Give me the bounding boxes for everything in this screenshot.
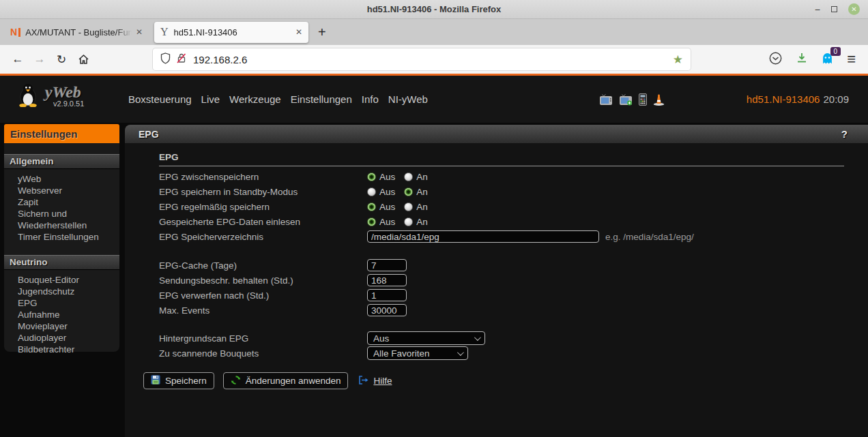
url-text[interactable]: 192.168.2.6 xyxy=(193,54,673,65)
close-icon[interactable]: ✕ xyxy=(848,3,860,15)
radio-option-an[interactable]: An xyxy=(404,187,428,197)
radio-label: An xyxy=(416,187,428,197)
chevron-down-icon xyxy=(457,349,464,356)
apply-changes-button[interactable]: Änderungen anwenden xyxy=(223,372,349,389)
sidebar: Einstellungen Allgemein yWeb Webserver Z… xyxy=(4,124,119,352)
sidebar-section-neutrino: Neutrino xyxy=(4,255,119,270)
scan-bouquets-select[interactable]: Alle Favoriten xyxy=(367,346,468,360)
selected-value: Aus xyxy=(373,333,389,344)
nav-einstellungen[interactable]: Einstellungen xyxy=(291,93,352,105)
url-bar[interactable]: 192.168.2.6 ★ xyxy=(153,48,691,70)
field-label: EPG verwerfen nach (Std.) xyxy=(159,290,367,301)
sidebar-item-aufnahme[interactable]: Aufnahme xyxy=(4,309,119,320)
tab-bar: N AX/MUTANT - Bugliste/Funk ✕ Y hd51.NI-… xyxy=(0,19,868,45)
sidebar-items-neutrino: Bouquet-Editor Jugendschutz EPG Aufnahme… xyxy=(4,270,119,359)
row-epg-zwischenspeichern: EPG zwischenspeichern Aus An xyxy=(159,169,868,184)
radio-icon[interactable] xyxy=(367,217,376,226)
nav-info[interactable]: Info xyxy=(362,93,379,105)
radio-option-aus[interactable]: Aus xyxy=(367,217,395,227)
tab-hd51[interactable]: Y hd51.NI-913406 ✕ xyxy=(154,22,308,43)
tv-add-icon[interactable] xyxy=(619,94,633,108)
shield-icon[interactable] xyxy=(160,52,171,67)
new-tab-button[interactable]: + xyxy=(318,25,326,40)
reload-icon[interactable]: ↻ xyxy=(50,49,72,70)
field-label: EPG-Cache (Tage) xyxy=(159,260,367,271)
tab-close-icon[interactable]: ✕ xyxy=(136,27,143,37)
nav-ni-yweb[interactable]: NI-yWeb xyxy=(388,93,428,105)
box-name: hd51.NI-913406 xyxy=(747,93,820,105)
radio-label: Aus xyxy=(379,172,395,182)
field-label: Max. Events xyxy=(159,305,367,316)
menu-icon[interactable]: ≡ xyxy=(847,50,856,68)
epg-cache-input[interactable] xyxy=(367,259,407,271)
max-events-input[interactable] xyxy=(367,304,407,316)
tab-close-icon[interactable]: ✕ xyxy=(295,27,302,37)
sidebar-item-yweb[interactable]: yWeb xyxy=(4,173,119,185)
description-keep-input[interactable] xyxy=(367,274,407,286)
insecure-lock-icon[interactable] xyxy=(176,52,187,67)
radio-option-aus[interactable]: Aus xyxy=(367,202,395,212)
radio-option-an[interactable]: An xyxy=(404,217,428,227)
save-button[interactable]: Speichern xyxy=(143,372,214,389)
sidebar-gap xyxy=(4,247,119,255)
ni-forum-favicon: N xyxy=(10,27,17,37)
radio-option-an[interactable]: An xyxy=(404,172,428,182)
section-divider xyxy=(159,166,844,166)
radio-icon[interactable] xyxy=(404,217,413,226)
sidebar-item-zapit[interactable]: Zapit xyxy=(4,196,119,208)
radio-icon[interactable] xyxy=(367,187,376,196)
background-scan-select[interactable]: Aus xyxy=(367,331,485,345)
row-hintergrundscan: Hintergrundscan EPG Aus xyxy=(159,331,868,346)
minimize-icon[interactable]: − xyxy=(815,6,820,13)
field-label: EPG Speicherverzeichnis xyxy=(159,232,367,242)
bookmark-star-icon[interactable]: ★ xyxy=(673,52,683,67)
tab-bugliste[interactable]: N AX/MUTANT - Bugliste/Funk ✕ xyxy=(4,22,149,43)
nav-live[interactable]: Live xyxy=(201,93,220,105)
section-heading: EPG xyxy=(159,143,868,162)
radio-icon[interactable] xyxy=(404,187,413,196)
radio-option-an[interactable]: An xyxy=(404,202,428,212)
sidebar-item-jugendschutz[interactable]: Jugendschutz xyxy=(4,286,119,297)
vlc-cone-icon[interactable] xyxy=(653,93,665,108)
ghostery-icon[interactable]: 0 xyxy=(822,52,833,67)
sidebar-item-webserver[interactable]: Webserver xyxy=(4,185,119,196)
help-link[interactable]: Hilfe xyxy=(373,376,392,386)
row-epg-standby: EPG speichern in Standby-Modus Aus An xyxy=(159,184,868,199)
browser-toolbar: ← → ↻ 192.168.2.6 ★ 0 ≡ xyxy=(0,45,868,74)
toolbar-right-icons: 0 ≡ xyxy=(769,50,861,68)
download-icon[interactable] xyxy=(796,52,808,67)
row-epg-regelmaessig: EPG regelmäßig speichern Aus An xyxy=(159,199,868,214)
directory-hint: e.g. /media/sda1/epg/ xyxy=(605,232,694,242)
home-icon[interactable] xyxy=(72,49,94,70)
epg-directory-input[interactable] xyxy=(367,230,599,243)
radio-icon[interactable] xyxy=(367,172,376,181)
content-area: EPG EPG zwischenspeichern Aus An EPG spe… xyxy=(125,143,868,437)
nav-werkzeuge[interactable]: Werkzeuge xyxy=(229,93,281,105)
tux-penguin-icon xyxy=(18,82,38,110)
epg-discard-input[interactable] xyxy=(367,289,407,301)
radio-label: Aus xyxy=(379,187,395,197)
radio-icon[interactable] xyxy=(404,202,413,211)
sidebar-item-epg[interactable]: EPG xyxy=(4,297,119,309)
field-label: EPG regelmäßig speichern xyxy=(159,202,367,212)
remote-control-icon[interactable] xyxy=(639,93,647,108)
nav-boxsteuerung[interactable]: Boxsteuerung xyxy=(128,93,192,105)
radio-option-aus[interactable]: Aus xyxy=(367,187,395,197)
radio-icon[interactable] xyxy=(367,202,376,211)
sidebar-item-bildbetrachter[interactable]: Bildbetrachter xyxy=(4,344,119,355)
pocket-icon[interactable] xyxy=(769,52,782,67)
sidebar-item-sichern[interactable]: Sichern und Wiederherstellen xyxy=(4,208,119,231)
forward-icon[interactable]: → xyxy=(29,49,50,70)
help-question-icon[interactable]: ? xyxy=(841,128,848,140)
yweb-logo[interactable]: yWeb v2.9.0.51 xyxy=(18,82,84,110)
back-icon[interactable]: ← xyxy=(7,49,29,70)
sidebar-item-timer[interactable]: Timer Einstellungen xyxy=(4,231,119,243)
radio-icon[interactable] xyxy=(404,172,413,181)
radio-option-aus[interactable]: Aus xyxy=(367,172,395,182)
sidebar-item-bouquet-editor[interactable]: Bouquet-Editor xyxy=(4,274,119,286)
restore-icon[interactable] xyxy=(831,6,837,12)
tv-icon[interactable] xyxy=(599,94,613,108)
row-epg-verwerfen: EPG verwerfen nach (Std.) xyxy=(159,288,868,303)
sidebar-item-audioplayer[interactable]: Audioplayer xyxy=(4,332,119,344)
sidebar-item-movieplayer[interactable]: Movieplayer xyxy=(4,320,119,332)
